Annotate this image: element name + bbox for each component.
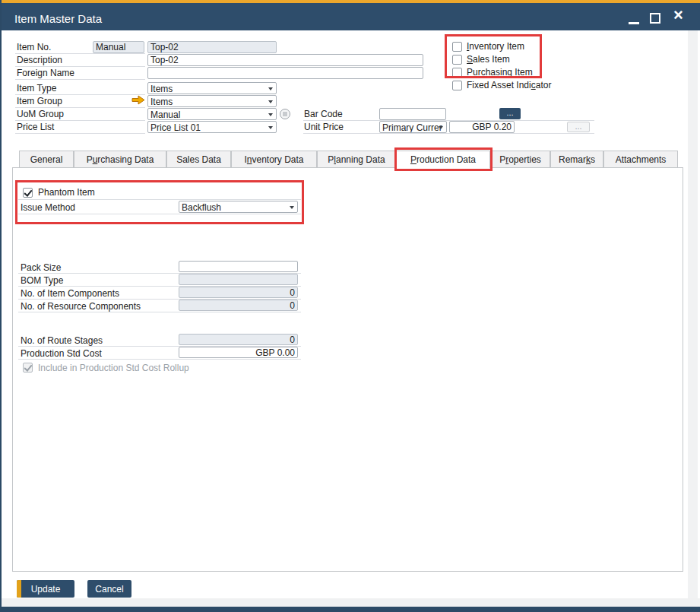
- value-list-icon[interactable]: [279, 108, 291, 120]
- tab-attachments[interactable]: Attachments: [603, 151, 678, 168]
- item-type-label: Item Type: [17, 83, 56, 94]
- link-arrow-icon[interactable]: [131, 95, 145, 105]
- fixed-asset-checkbox[interactable]: [452, 81, 462, 90]
- chevron-down-icon: [268, 87, 273, 90]
- bar-code-label: Bar Code: [304, 109, 343, 119]
- unit-price-more-button[interactable]: ...: [567, 122, 590, 132]
- chevron-down-icon: [268, 100, 273, 103]
- chevron-down-icon: [268, 113, 273, 116]
- route-stages-field: [179, 334, 298, 345]
- footer-strip: [2, 598, 700, 607]
- tab-sales-data[interactable]: Sales Data: [166, 151, 231, 168]
- item-type-dropdown[interactable]: Items: [147, 82, 277, 94]
- purchasing-item-label: Purchasing Item: [467, 67, 533, 78]
- production-std-cost-label: Production Std Cost: [21, 348, 102, 359]
- maximize-icon[interactable]: [650, 13, 660, 24]
- price-list-label: Price List: [17, 122, 54, 132]
- unit-price-currency-dropdown[interactable]: Primary Currer: [379, 121, 447, 133]
- inventory-item-checkbox[interactable]: [452, 42, 462, 52]
- item-no-field[interactable]: [147, 41, 277, 53]
- issue-method-label: Issue Method: [21, 202, 75, 213]
- route-stages-label: No. of Route Stages: [21, 335, 103, 346]
- resource-components-label: No. of Resource Components: [21, 301, 141, 312]
- item-group-dropdown[interactable]: Items: [147, 95, 277, 107]
- sales-item-checkbox[interactable]: [452, 55, 462, 65]
- item-master-data-window: Item Master Data × Item No. Description …: [0, 0, 700, 612]
- purchasing-item-checkbox[interactable]: [452, 68, 462, 78]
- tab-production-data[interactable]: Production Data: [396, 151, 490, 169]
- uom-group-dropdown[interactable]: Manual: [147, 108, 277, 120]
- item-group-label: Item Group: [17, 96, 62, 106]
- foreign-name-label: Foreign Name: [17, 68, 74, 78]
- close-icon[interactable]: ×: [673, 5, 683, 25]
- phantom-item-checkbox[interactable]: [23, 188, 33, 198]
- window-title: Item Master Data: [14, 12, 102, 25]
- unit-price-label: Unit Price: [304, 122, 344, 132]
- pack-size-label: Pack Size: [21, 262, 61, 273]
- item-no-mode-field[interactable]: [93, 41, 144, 53]
- bar-code-field[interactable]: [379, 108, 446, 120]
- bom-type-field: [179, 274, 298, 285]
- production-std-cost-field[interactable]: [179, 347, 298, 358]
- window-right-gutter: [688, 30, 698, 598]
- tab-remarks[interactable]: Remarks: [550, 151, 603, 168]
- tab-general[interactable]: General: [19, 151, 74, 168]
- issue-method-dropdown[interactable]: Backflush: [179, 201, 298, 213]
- bar-code-browse-button[interactable]: ...: [499, 108, 521, 119]
- unit-price-field[interactable]: [449, 121, 515, 133]
- tab-inventory-data[interactable]: Inventory Data: [231, 151, 317, 168]
- cancel-button[interactable]: Cancel: [87, 580, 131, 598]
- foreign-name-field[interactable]: [147, 67, 423, 79]
- sales-item-label: Sales Item: [467, 54, 510, 65]
- minimize-icon[interactable]: [629, 22, 639, 24]
- pack-size-field[interactable]: [179, 261, 298, 272]
- std-cost-rollup-label: Include in Production Std Cost Rollup: [38, 363, 189, 373]
- phantom-item-label: Phantom Item: [38, 187, 95, 198]
- uom-group-label: UoM Group: [17, 109, 64, 119]
- chevron-down-icon: [268, 126, 273, 129]
- price-list-dropdown[interactable]: Price List 01: [147, 121, 277, 133]
- item-components-field: [179, 287, 298, 298]
- item-no-label: Item No.: [17, 42, 51, 52]
- inventory-item-label: Inventory Item: [467, 41, 524, 52]
- tab-purchasing-data[interactable]: Purchasing Data: [74, 151, 166, 168]
- description-field[interactable]: [147, 54, 423, 66]
- tab-planning-data[interactable]: Planning Data: [317, 151, 396, 168]
- resource-components-field: [179, 300, 298, 311]
- title-bar[interactable]: Item Master Data: [2, 3, 700, 30]
- update-button-accent: [17, 580, 21, 598]
- fixed-asset-label: Fixed Asset Indicator: [467, 80, 551, 90]
- item-components-label: No. of Item Components: [21, 288, 119, 299]
- bom-type-label: BOM Type: [21, 275, 63, 286]
- tab-properties[interactable]: Properties: [490, 151, 550, 168]
- update-button[interactable]: Update: [17, 580, 74, 598]
- std-cost-rollup-checkbox: [23, 363, 33, 373]
- chevron-down-icon: [439, 126, 443, 129]
- chevron-down-icon: [290, 206, 294, 209]
- description-label: Description: [17, 55, 62, 65]
